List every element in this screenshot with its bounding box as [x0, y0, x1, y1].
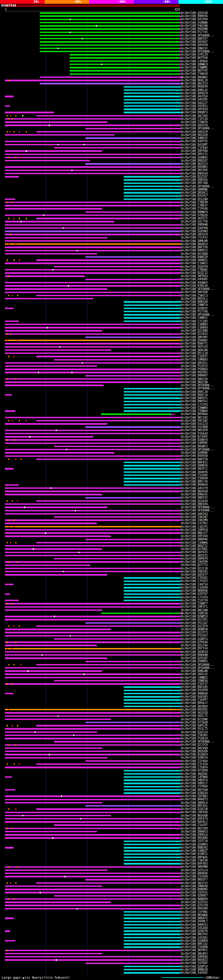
alignment-row[interactable]: UniRef100_A9NWL9 [0, 63, 223, 66]
hit-label[interactable]: UniRef100_Q13TF5 [181, 631, 208, 634]
hit-label[interactable]: UniRef100_C7R382 [181, 576, 208, 579]
alignment-row[interactable]: UniRef100_C0P4X6 [0, 811, 223, 814]
alignment-row[interactable]: UniRef100_D21XB8 [0, 329, 223, 332]
alignment-row[interactable]: UniRef100_C4FNH6 [0, 776, 223, 779]
hit-label[interactable]: UniRef100_UPI0000... [181, 313, 214, 317]
alignment-row[interactable]: UniRef100_Q79G94 [0, 641, 223, 644]
alignment-row[interactable]: UniRef100_C5WJC3 [0, 294, 223, 297]
alignment-row[interactable]: UniRef100_C0NQ03 [0, 358, 223, 361]
hit-label[interactable]: UniRef100_C71205 [181, 320, 208, 323]
alignment-row[interactable]: UniRef100_Q9C651 [0, 361, 223, 365]
alignment-row[interactable]: UniRef100_B94E99 [0, 85, 223, 88]
alignment-row[interactable]: UniRef100_B9RDM2 [0, 888, 223, 891]
hit-label[interactable]: UniRef100_Q0E0Y2 [181, 917, 208, 920]
hit-label[interactable]: UniRef100_UPI0000... [181, 384, 214, 387]
hit-label[interactable]: UniRef100_Q4A227 [181, 102, 208, 105]
alignment-row[interactable]: UniRef100_Q9DVW0 [0, 223, 223, 226]
alignment-row[interactable]: UniRef100_Q9FXT4 [0, 817, 223, 821]
alignment-row[interactable]: UniRef100_B6U3F7 [0, 878, 223, 881]
alignment-row[interactable]: UniRef100_P51207 [0, 622, 223, 625]
alignment-row[interactable]: UniRef100_Q9MLM9 [0, 240, 223, 243]
alignment-row[interactable]: UniRef100_B9HVR7 [0, 374, 223, 377]
hit-label[interactable]: UniRef100_B9INZ3 [181, 958, 208, 962]
hit-label[interactable]: UniRef100_C5YR64 [181, 785, 208, 788]
hit-label[interactable]: UniRef100_B6TFV5 [181, 69, 208, 72]
alignment-row[interactable]: UniRef100_Q2HB06 [0, 451, 223, 454]
hit-label[interactable]: UniRef100_B6TJD9 [181, 827, 208, 830]
hit-label[interactable]: UniRef100_B8P2T8 [181, 458, 208, 461]
alignment-row[interactable]: UniRef100_B1ZW24 [0, 753, 223, 756]
hit-label[interactable]: UniRef100_C1FE03 [181, 146, 208, 150]
hit-label[interactable]: UniRef100_P46280 [181, 24, 208, 27]
hit-label[interactable]: UniRef100_B9GYQ5 [181, 686, 208, 689]
alignment-row[interactable]: UniRef100_UPI0000... [0, 509, 223, 512]
alignment-row[interactable]: UniRef100_Q10DK9 [0, 939, 223, 942]
hit-label[interactable]: UniRef100_A4NV15 [181, 137, 208, 140]
hit-label[interactable]: UniRef100_Q72QV0 [181, 769, 208, 772]
alignment-row[interactable]: UniRef100_Q51Z80 [0, 198, 223, 201]
alignment-row[interactable]: UniRef100_B9FJX2 [0, 942, 223, 946]
hit-label[interactable]: UniRef100_UPI0000... [181, 288, 214, 291]
hit-label[interactable]: UniRef100_B6TPG0 [181, 56, 208, 59]
alignment-row[interactable]: UniRef100_A8J1B3 [0, 115, 223, 118]
hit-label[interactable]: UniRef100_Q3HTX5 [181, 140, 208, 143]
alignment-row[interactable]: UniRef100_UPI0000... [0, 384, 223, 387]
hit-label[interactable]: UniRef100_Q9SBR1 [181, 165, 208, 169]
hit-label[interactable]: UniRef100_A81GC9 [181, 233, 208, 236]
hit-label[interactable]: UniRef100_C71YP3 [181, 403, 208, 406]
alignment-row[interactable]: UniRef100_C44C54 [0, 583, 223, 586]
hit-label[interactable]: UniRef100_A9Y1W2 [181, 419, 208, 422]
hit-label[interactable]: UniRef100_Q11832 [181, 332, 208, 336]
hit-label[interactable]: UniRef100_C5WTX8 [181, 859, 208, 862]
hit-label[interactable]: UniRef100_Q43364 [181, 18, 208, 21]
hit-label[interactable]: UniRef100_C6SZQ4 [181, 926, 208, 929]
alignment-row[interactable]: UniRef100_C1FE03 [0, 146, 223, 150]
alignment-row[interactable]: UniRef100_Q953J1 [0, 153, 223, 156]
alignment-row[interactable]: UniRef100_UPI0000... [0, 127, 223, 130]
alignment-row[interactable]: UniRef100_Q58NV5 [0, 156, 223, 159]
alignment-row[interactable]: UniRef100_B9K5F1 [0, 397, 223, 400]
hit-label[interactable]: UniRef100_C7LU54 [181, 763, 208, 766]
hit-label[interactable]: UniRef100_UPI0000... [181, 740, 214, 743]
hit-label[interactable]: UniRef100_B7JUP5 [181, 435, 208, 438]
hit-label[interactable]: UniRef100_A53L75 [181, 727, 208, 730]
alignment-row[interactable]: UniRef100_B6AGG8 [0, 490, 223, 493]
hit-label[interactable]: UniRef100_Q81HC1 [181, 191, 208, 194]
alignment-row[interactable]: UniRef100_Q7XJ58 [0, 904, 223, 907]
hit-label[interactable]: UniRef100_Q58NV5 [181, 156, 208, 159]
hit-label[interactable]: UniRef100_B9G2W4 [181, 907, 208, 910]
hit-label[interactable]: UniRef100_B2WB53 [181, 615, 208, 618]
hit-label[interactable]: UniRef100_Q0JNU4 [181, 705, 208, 708]
alignment-row[interactable]: UniRef100_A9P8S6 [0, 955, 223, 958]
alignment-row[interactable]: UniRef100_C51AY2 [0, 236, 223, 239]
hit-label[interactable]: UniRef100_B9H1U4 [181, 172, 208, 175]
hit-label[interactable]: UniRef100_Q1EV59 [181, 265, 208, 268]
hit-label[interactable]: UniRef100_A2ZF63 [181, 901, 208, 904]
alignment-row[interactable]: UniRef100_B6TMC5 [0, 949, 223, 952]
hit-label[interactable]: UniRef100_Q62CX3 [181, 162, 208, 165]
hit-label[interactable]: UniRef100_B92T60 [181, 788, 208, 792]
hit-label[interactable]: UniRef100_B95SL1 [181, 297, 208, 301]
hit-label[interactable]: UniRef100_Q9W332 [181, 47, 208, 50]
hit-label[interactable]: UniRef100_Q948Y6 [181, 471, 208, 474]
hit-label[interactable]: UniRef100_B8BDP9 [181, 897, 208, 901]
alignment-row[interactable]: UniRef100_Q0E0Y2 [0, 917, 223, 920]
alignment-row[interactable]: UniRef100_Q8LNV1 [0, 952, 223, 955]
hit-label[interactable]: UniRef100_A3C6D1 [181, 936, 208, 939]
hit-label[interactable]: UniRef100_Q2QMV3 [181, 843, 208, 846]
alignment-row[interactable]: UniRef100_UPI0000... [0, 740, 223, 743]
alignment-row[interactable]: UniRef100_Q0IV25 [0, 554, 223, 557]
hit-label[interactable]: UniRef100_A9T019 [181, 108, 208, 111]
alignment-row[interactable]: UniRef100_C7LW54 [0, 766, 223, 769]
hit-label[interactable]: UniRef100_A8OW21 [181, 259, 208, 262]
hit-label[interactable]: UniRef100_Q2QP14 [181, 965, 208, 968]
hit-label[interactable]: UniRef100_Q1NZS4 [181, 792, 208, 795]
hit-label[interactable]: UniRef100_Q0DI42 [181, 496, 208, 499]
hit-label[interactable]: UniRef100_C5WNM5 [181, 66, 208, 69]
alignment-row[interactable]: UniRef100_Q4A259 [0, 130, 223, 134]
alignment-row[interactable]: UniRef100_B8ADV6 [0, 872, 223, 875]
alignment-row[interactable]: UniRef100_Q2A310 [0, 11, 223, 14]
alignment-row[interactable]: UniRef100_Q9SEF8 [0, 92, 223, 95]
hit-label[interactable]: UniRef100_UPI0000... [181, 34, 214, 37]
hit-label[interactable]: UniRef100_Q0IV25 [181, 554, 208, 557]
